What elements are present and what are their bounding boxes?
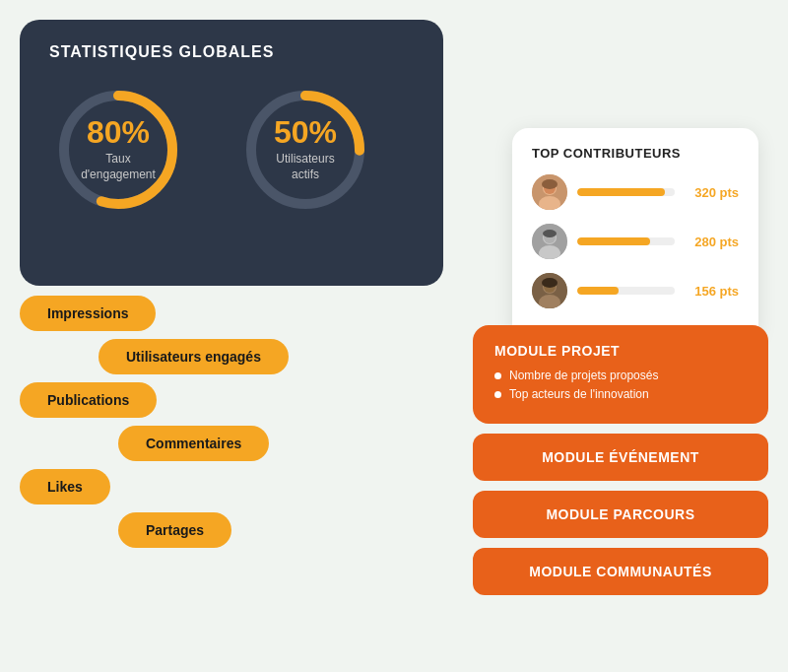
- pts-label: 280 pts: [685, 235, 739, 249]
- pill-row: Impressions: [20, 296, 364, 339]
- stats-title: STATISTIQUES GLOBALES: [49, 43, 414, 61]
- progress-bar: [577, 287, 675, 295]
- module-evenement-title: MODULE ÉVÉNEMENT: [494, 449, 747, 465]
- module-parcours-title: MODULE PARCOURS: [494, 506, 747, 522]
- active-users-percent: 50%: [274, 116, 337, 148]
- bullet-dot: [494, 391, 501, 398]
- engagement-metric: 80% Tauxd'engagement: [49, 81, 187, 219]
- bullet-dot: [494, 372, 501, 379]
- bullet-label-2: Top acteurs de l'innovation: [509, 387, 649, 401]
- pill-row: Utilisateurs engagés: [98, 339, 364, 382]
- module-bullet-2: Top acteurs de l'innovation: [494, 387, 747, 401]
- contributor-row: 320 pts: [532, 174, 739, 210]
- modules-container: MODULE PROJET Nombre de projets proposés…: [473, 325, 768, 605]
- svg-point-18: [542, 278, 558, 288]
- pill-row: Likes: [20, 469, 364, 512]
- bullet-label-1: Nombre de projets proposés: [509, 369, 658, 382]
- contributor-row: 280 pts: [532, 224, 739, 259]
- avatar: [532, 224, 567, 259]
- module-parcours-card[interactable]: MODULE PARCOURS: [473, 491, 768, 538]
- module-evenement-card[interactable]: MODULE ÉVÉNEMENT: [473, 434, 768, 481]
- progress-fill: [577, 237, 650, 245]
- module-communautes-title: MODULE COMMUNAUTÉS: [494, 564, 747, 579]
- engagement-label: Tauxd'engagement: [81, 152, 156, 182]
- pills-container: Impressions Utilisateurs engagés Publica…: [20, 296, 364, 556]
- module-communautes-card[interactable]: MODULE COMMUNAUTÉS: [473, 548, 768, 595]
- pts-label: 320 pts: [685, 185, 739, 200]
- svg-point-13: [543, 230, 557, 237]
- likes-pill[interactable]: Likes: [20, 469, 110, 504]
- progress-bar: [577, 188, 675, 196]
- commentaires-pill[interactable]: Commentaires: [118, 426, 269, 461]
- stats-card: STATISTIQUES GLOBALES 80% Tauxd'engageme…: [20, 20, 443, 286]
- pill-row: Commentaires: [118, 426, 364, 469]
- progress-bar: [577, 237, 675, 245]
- pts-label: 156 pts: [685, 284, 739, 299]
- publications-pill[interactable]: Publications: [20, 382, 157, 418]
- active-users-metric: 50% Utilisateursactifs: [236, 81, 374, 219]
- pill-row: Partages: [118, 512, 364, 556]
- pill-row: Publications: [20, 382, 364, 426]
- avatar: [532, 273, 567, 308]
- contributors-card: TOP CONTRIBUTEURS 320 pts: [512, 128, 758, 340]
- module-projet-card[interactable]: MODULE PROJET Nombre de projets proposés…: [473, 325, 768, 424]
- active-users-label: Utilisateursactifs: [274, 152, 337, 182]
- progress-fill: [577, 188, 665, 196]
- svg-point-8: [542, 179, 558, 189]
- module-projet-title: MODULE PROJET: [494, 343, 747, 359]
- engagement-percent: 80%: [81, 116, 156, 148]
- contributor-row: 156 pts: [532, 273, 739, 308]
- engaged-users-pill[interactable]: Utilisateurs engagés: [98, 339, 289, 374]
- partages-pill[interactable]: Partages: [118, 512, 231, 548]
- avatar: [532, 174, 567, 210]
- impressions-pill[interactable]: Impressions: [20, 296, 156, 331]
- module-bullet-1: Nombre de projets proposés: [494, 369, 747, 382]
- contributors-title: TOP CONTRIBUTEURS: [532, 146, 739, 161]
- progress-fill: [577, 287, 619, 295]
